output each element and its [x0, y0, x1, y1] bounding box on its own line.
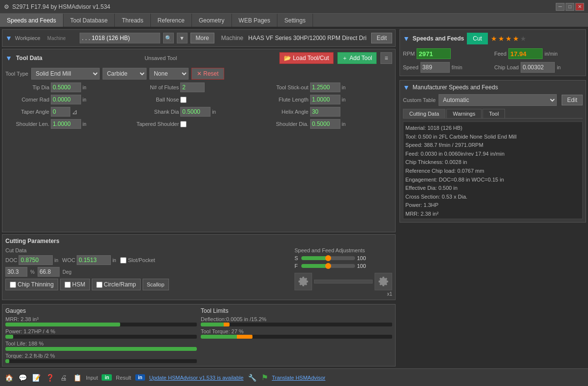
- pct2-input[interactable]: [38, 267, 60, 277]
- speed-input[interactable]: [420, 62, 450, 73]
- machine-value: HAAS VF Series 30HP/12000 RPM Direct Dri: [248, 35, 366, 41]
- coating-select[interactable]: None: [149, 68, 189, 80]
- shank-dia-input[interactable]: [180, 107, 210, 117]
- tab-web-pages[interactable]: WEB Pages: [232, 14, 278, 27]
- custom-table-select[interactable]: Automatic: [439, 94, 557, 106]
- print-icon[interactable]: 🖨: [59, 373, 68, 383]
- tab-geometry[interactable]: Geometry: [192, 14, 232, 27]
- chip-thinning-label: Chip Thinning: [18, 281, 54, 288]
- pct1-input[interactable]: [5, 267, 27, 277]
- tab-settings[interactable]: Settings: [277, 14, 313, 27]
- hsm-checkbox[interactable]: [64, 282, 71, 288]
- tools-icon[interactable]: 🔧: [248, 373, 257, 383]
- info-text: Material: 1018 (126 HB)Tool: 0.500 in 2F…: [403, 122, 583, 219]
- mfr-edit-button[interactable]: Edit: [562, 95, 583, 105]
- sf-arrow[interactable]: ▼: [403, 35, 410, 42]
- rpm-input[interactable]: [417, 48, 451, 59]
- woc-input[interactable]: [77, 255, 111, 265]
- rpm-group: RPM: [403, 48, 491, 59]
- corner-rad-input[interactable]: [51, 95, 81, 104]
- tapered-shoulder-checkbox[interactable]: [180, 121, 187, 127]
- right-panel: ▼ Speeds and Feeds Cut ★ ★ ★ ★ ★ RPM Fee…: [398, 27, 588, 368]
- f-slider[interactable]: [301, 264, 355, 268]
- help-icon[interactable]: ❓: [45, 373, 55, 383]
- machine-edit-button[interactable]: Edit: [371, 33, 392, 43]
- taper-angle-label: Taper Angle: [5, 109, 49, 115]
- tool-type-select[interactable]: Solid End Mill: [31, 68, 100, 80]
- tab-reference[interactable]: Reference: [151, 14, 192, 27]
- workpiece-input[interactable]: [80, 33, 160, 43]
- reset-button[interactable]: ✕ Reset: [191, 68, 224, 80]
- tip-dia-label: Tip Dia: [5, 84, 49, 90]
- tab-tool-database[interactable]: Tool Database: [63, 14, 115, 27]
- ball-nose-checkbox[interactable]: [180, 97, 187, 103]
- title-bar-controls[interactable]: ─ □ ✕: [556, 3, 584, 11]
- hsm-button[interactable]: HSM: [60, 279, 90, 290]
- tool-limits-right: Tool Limits Deflection:0.0005 in /15.2% …: [201, 307, 392, 363]
- mfr-arrow[interactable]: ▼: [403, 83, 410, 91]
- chip-thinning-checkbox[interactable]: [10, 282, 16, 288]
- scallop-button[interactable]: Scallop: [143, 279, 169, 290]
- translate-link[interactable]: Translate HSMAdvisor: [272, 375, 326, 381]
- s-slider[interactable]: [301, 256, 355, 260]
- maximize-button[interactable]: □: [566, 3, 574, 11]
- tool-params-grid: Tip Dia in N# of Flutes Tool Stick-out i…: [5, 82, 392, 129]
- dropdown-icon[interactable]: ▼: [177, 33, 188, 43]
- circle-ramp-checkbox[interactable]: [96, 282, 103, 288]
- workpiece-arrow[interactable]: ▼: [5, 34, 12, 42]
- slot-pocket-checkbox[interactable]: [120, 257, 126, 264]
- speed-group: Speed f/min: [403, 62, 491, 73]
- home-icon[interactable]: 🏠: [4, 373, 14, 383]
- tool-data-arrow[interactable]: ▼: [5, 54, 12, 62]
- tab-threads[interactable]: Threads: [115, 14, 150, 27]
- mrr-bar-wrap: [5, 323, 197, 326]
- cutting-params-section: Cutting Parameters Cut Data DOC in WOC: [2, 234, 396, 300]
- clipboard-icon[interactable]: 📋: [72, 373, 82, 383]
- feed-label: Feed: [494, 51, 506, 57]
- gear-icon-right[interactable]: [375, 273, 392, 290]
- circle-ramp-button[interactable]: Circle/Ramp: [92, 279, 141, 290]
- flute-len-input[interactable]: [310, 95, 340, 104]
- cut-button[interactable]: Cut: [467, 33, 488, 44]
- helix-angle-input[interactable]: [310, 107, 340, 117]
- torque-label: Torque: 2.2 ft-lb /2 %: [5, 353, 197, 359]
- nflutes-input[interactable]: [180, 82, 205, 92]
- close-button[interactable]: ✕: [575, 3, 584, 11]
- add-tool-button[interactable]: ＋ Add Tool: [337, 52, 377, 64]
- reset-icon: ✕: [197, 70, 202, 77]
- search-icon[interactable]: 🔍: [163, 33, 174, 43]
- feed-input[interactable]: [508, 48, 543, 59]
- torque-bar: [5, 359, 9, 363]
- tool-data-section: ▼ Tool Data Unsaved Tool 📂 Load Tool/Cut…: [2, 49, 396, 232]
- material-select[interactable]: Carbide: [103, 68, 147, 80]
- update-link[interactable]: Update HSMAdvisor v1.533 is available: [149, 375, 243, 381]
- tip-dia-input[interactable]: [51, 82, 81, 92]
- tab-warnings[interactable]: Warnings: [446, 109, 482, 118]
- more-button[interactable]: More: [190, 33, 214, 43]
- chip-load-input[interactable]: [521, 62, 555, 73]
- power-gauge: Power: 1.27HP / 4 %: [5, 328, 197, 339]
- stick-out-input[interactable]: [310, 82, 340, 92]
- tab-speeds-feeds[interactable]: Speeds and Feeds: [0, 14, 63, 27]
- f-slider-row: F 100: [294, 263, 392, 269]
- tab-tool[interactable]: Tool: [483, 109, 505, 118]
- note-icon[interactable]: 📝: [31, 373, 41, 383]
- helix-angle-label: Helix Angle: [265, 109, 309, 115]
- chat-icon[interactable]: 💬: [18, 373, 27, 383]
- shoulder-len-input[interactable]: [51, 119, 81, 129]
- s-slider-row: S 100: [294, 255, 392, 261]
- taper-angle-input[interactable]: [51, 107, 70, 117]
- star-3: ★: [505, 35, 512, 42]
- shoulder-dia-input[interactable]: [310, 119, 340, 129]
- tool-menu-button[interactable]: ≡: [380, 52, 392, 64]
- mrr-label: MRR: 2.38 in³: [5, 316, 197, 322]
- chip-thinning-button[interactable]: Chip Thinning: [5, 279, 58, 290]
- load-tool-button[interactable]: 📂 Load Tool/Cut: [279, 52, 334, 64]
- gear-icon-left[interactable]: [294, 273, 312, 290]
- doc-input[interactable]: [19, 255, 53, 265]
- power-label: Power: 1.27HP / 4 %: [5, 328, 197, 334]
- tool-life-gauge: Tool Life: 188 %: [5, 341, 197, 351]
- tab-cutting-data[interactable]: Cutting Data: [403, 109, 445, 118]
- minimize-button[interactable]: ─: [556, 3, 565, 11]
- circle-ramp-label: Circle/Ramp: [104, 281, 136, 288]
